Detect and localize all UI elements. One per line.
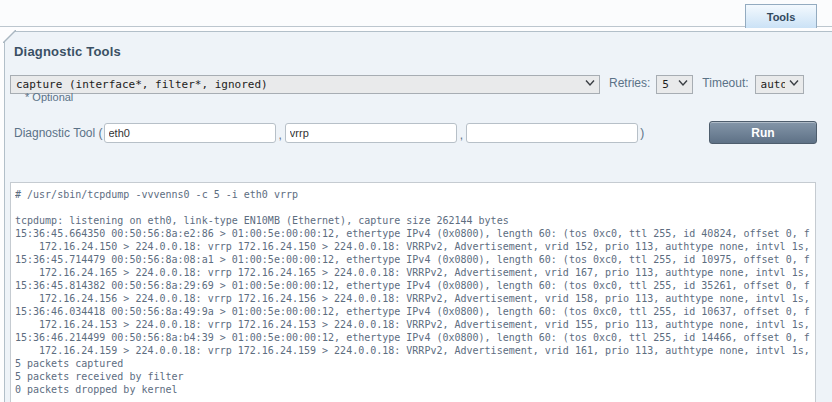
- tool-config-row: capture (interface*, filter*, ignored) R…: [10, 73, 816, 93]
- run-button[interactable]: Run: [709, 121, 817, 144]
- tool-select[interactable]: capture (interface*, filter*, ignored): [10, 75, 600, 94]
- retries-select[interactable]: 5: [656, 75, 693, 94]
- timeout-select[interactable]: auto: [755, 75, 804, 94]
- diagnostic-tool-row: Diagnostic Tool ( , , ): [14, 120, 644, 145]
- tab-tools[interactable]: Tools: [745, 4, 817, 28]
- retries-label: Retries:: [600, 76, 656, 90]
- diagnostic-tool-label: Diagnostic Tool (: [14, 126, 103, 140]
- timeout-label: Timeout:: [693, 76, 754, 90]
- arg3-input[interactable]: [466, 123, 638, 143]
- page-title: Diagnostic Tools: [14, 44, 121, 59]
- tab-tools-label: Tools: [767, 11, 796, 23]
- console-output-box[interactable]: # /usr/sbin/tcpdump -vvvenns0 -c 5 -i et…: [10, 182, 816, 402]
- console-output-text: # /usr/sbin/tcpdump -vvvenns0 -c 5 -i et…: [15, 188, 811, 396]
- timeout-select-wrap: auto: [755, 74, 804, 93]
- tool-select-wrap: capture (interface*, filter*, ignored): [10, 74, 600, 93]
- optional-note: * Optional: [25, 91, 73, 103]
- retries-select-wrap: 5: [656, 74, 693, 93]
- arg-separator: ,: [277, 124, 284, 142]
- arg-separator: ,: [458, 124, 465, 142]
- top-bar: Tools: [0, 0, 832, 27]
- arg2-input[interactable]: [285, 123, 457, 143]
- close-paren: ): [639, 126, 644, 140]
- arg1-input[interactable]: [104, 123, 276, 143]
- panel-corner-notch: [3, 30, 16, 43]
